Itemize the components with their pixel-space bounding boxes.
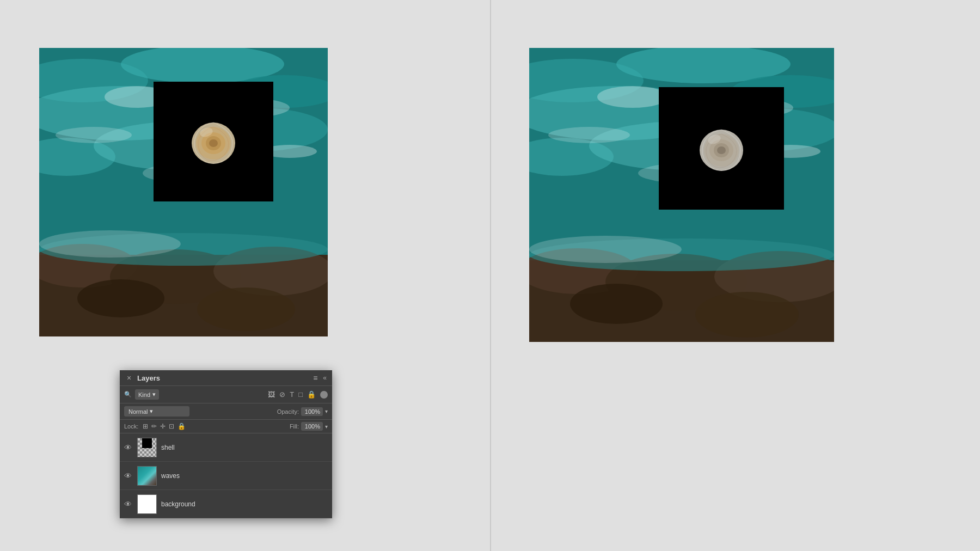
divider	[490, 0, 491, 551]
svg-point-37	[548, 127, 630, 143]
left-search-icon: 🔍	[124, 391, 132, 398]
right-half: × Layers ≡ « 🔍 Kind ▾ 🖼 ⊘ T	[490, 0, 980, 551]
left-filter-shape-icon[interactable]: □	[298, 390, 303, 399]
left-filter-text-icon[interactable]: T	[290, 390, 294, 399]
left-lock-row: Lock: ⊞ ✏ ✛ ⊡ 🔒 Fill: 100% ▾	[120, 420, 332, 433]
left-panel-header-left: × Layers	[125, 374, 160, 382]
left-panel-title: Layers	[137, 374, 160, 382]
svg-point-17	[77, 279, 164, 317]
left-blend-row: Normal ▾ Opacity: 100% ▾	[120, 403, 332, 420]
left-lock-checkerboard[interactable]: ⊞	[143, 423, 148, 430]
left-panel-menu-icon[interactable]: ≡	[313, 374, 317, 382]
left-fill-arrow[interactable]: ▾	[325, 424, 328, 430]
left-layer-name-waves: waves	[161, 472, 180, 480]
svg-point-25	[209, 139, 218, 147]
left-shell-box	[154, 82, 273, 201]
left-lock-artboard[interactable]: ⊡	[169, 423, 174, 430]
svg-point-18	[197, 287, 295, 331]
left-lock-brush[interactable]: ✏	[151, 423, 157, 430]
left-lock-move[interactable]: ✛	[160, 423, 166, 430]
left-filter-toggle[interactable]	[320, 391, 328, 399]
left-blend-dropdown[interactable]: Normal ▾	[124, 406, 189, 417]
left-layer-waves[interactable]: 👁 waves	[120, 462, 332, 490]
svg-point-35	[597, 86, 668, 108]
left-opacity-value[interactable]: 100%	[301, 407, 323, 416]
left-layer-background[interactable]: 👁 background	[120, 490, 332, 518]
left-opacity-arrow[interactable]: ▾	[325, 408, 328, 414]
left-close-button[interactable]: ×	[125, 374, 133, 382]
svg-point-45	[695, 292, 799, 338]
left-kind-dropdown[interactable]: Kind ▾	[135, 389, 159, 400]
left-lock-padlock[interactable]: 🔒	[177, 423, 186, 430]
left-thumb-waves	[137, 466, 157, 486]
svg-point-52	[717, 146, 726, 154]
svg-point-47	[529, 236, 682, 263]
svg-point-44	[570, 284, 663, 324]
left-thumb-shell	[137, 438, 157, 457]
left-layer-name-background: background	[161, 500, 195, 508]
left-eye-background[interactable]: 👁	[124, 500, 133, 509]
left-panel-header: × Layers ≡ «	[120, 370, 332, 386]
left-opacity-group: Opacity: 100% ▾	[277, 407, 328, 416]
left-layers-panel: × Layers ≡ « 🔍 Kind ▾ 🖼 ⊘ T	[120, 370, 332, 518]
left-filter-lock-icon[interactable]: 🔒	[307, 390, 316, 399]
left-fill-value[interactable]: 100%	[301, 422, 323, 431]
left-filter-image-icon[interactable]: 🖼	[268, 390, 275, 399]
left-fill-group: Fill: 100% ▾	[290, 422, 328, 431]
left-thumb-background	[137, 494, 157, 514]
left-filter-circle-icon[interactable]: ⊘	[279, 390, 285, 399]
right-shell-box	[659, 87, 784, 210]
svg-point-20	[39, 230, 181, 258]
left-filter-icons: 🖼 ⊘ T □ 🔒	[268, 390, 328, 399]
left-eye-waves[interactable]: 👁	[124, 472, 133, 480]
left-layer-name-shell: shell	[161, 444, 175, 451]
left-eye-shell[interactable]: 👁	[124, 443, 133, 452]
left-layer-shell[interactable]: 👁 shell	[120, 433, 332, 462]
svg-point-10	[56, 127, 132, 143]
left-lock-icons: ⊞ ✏ ✛ ⊡ 🔒	[143, 423, 186, 430]
left-collapse-icon[interactable]: «	[323, 374, 327, 382]
left-filter-row: 🔍 Kind ▾ 🖼 ⊘ T □ 🔒	[120, 386, 332, 403]
left-half: × Layers ≡ « 🔍 Kind ▾ 🖼 ⊘ T	[0, 0, 490, 551]
main-container: × Layers ≡ « 🔍 Kind ▾ 🖼 ⊘ T	[0, 0, 980, 551]
